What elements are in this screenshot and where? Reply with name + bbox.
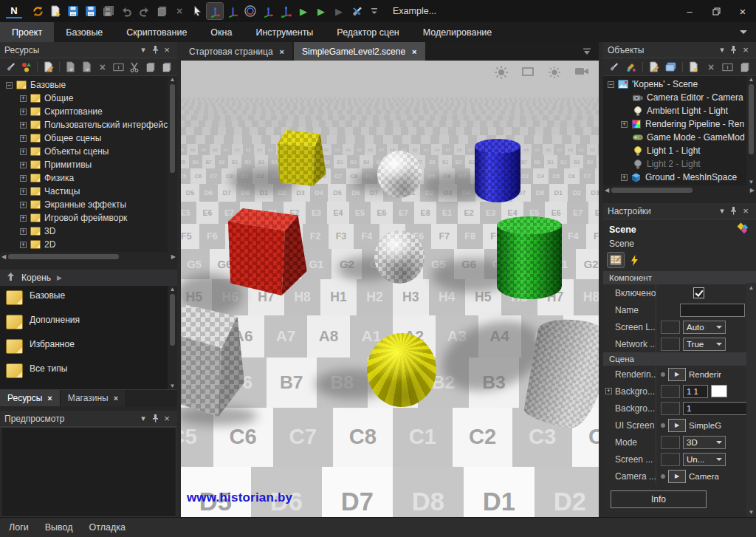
checker-sphere[interactable] (374, 230, 425, 284)
rotate-tool-icon[interactable] (242, 3, 258, 19)
tree-item[interactable]: +Общие (0, 92, 168, 105)
expand-icon[interactable]: + (20, 122, 27, 129)
add-icon[interactable] (80, 60, 94, 75)
menu-basic[interactable]: Базовые (54, 22, 114, 42)
expand-icon[interactable]: + (20, 109, 27, 115)
tree-item-light-2[interactable]: Light 2 - Light (603, 157, 746, 171)
expand-icon[interactable]: + (20, 95, 27, 102)
close-icon[interactable]: × (280, 47, 284, 56)
close-button[interactable]: × (729, 0, 756, 22)
import-icon[interactable] (63, 60, 78, 75)
enabled-checkbox[interactable] (693, 287, 704, 298)
tree-item-ground[interactable]: +Ground - MeshInSpace (603, 171, 746, 184)
move-tool-icon[interactable] (207, 3, 223, 19)
cut-icon[interactable] (128, 60, 142, 75)
close-icon[interactable]: × (412, 47, 416, 56)
default-flag-box[interactable] (661, 385, 680, 398)
properties-icon[interactable] (608, 253, 624, 267)
tab-logs[interactable]: Логи (9, 522, 29, 533)
pin-icon[interactable] (728, 44, 740, 56)
options-icon[interactable] (607, 60, 622, 75)
tab-debug[interactable]: Отладка (89, 522, 126, 533)
expand-icon[interactable]: + (20, 228, 27, 235)
expand-icon[interactable]: + (20, 188, 27, 195)
screen-toggle-icon[interactable] (520, 65, 535, 83)
save-icon[interactable] (65, 3, 81, 19)
white-sphere[interactable] (377, 151, 422, 198)
breadcrumb[interactable]: Корень (21, 273, 51, 283)
copy-icon[interactable] (144, 60, 158, 75)
menu-scripting[interactable]: Скриптование (114, 22, 199, 42)
delete-icon[interactable]: × (704, 60, 718, 75)
light-toggle-icon[interactable] (494, 65, 509, 83)
reference-button[interactable]: ▶ (668, 419, 686, 432)
reference-button[interactable]: ▶ (668, 470, 686, 483)
vertical-scrollbar[interactable]: ▲▼ (746, 76, 756, 185)
blue-cylinder[interactable] (475, 139, 520, 202)
collapse-icon[interactable]: − (608, 81, 614, 88)
default-flag-box[interactable] (661, 321, 680, 334)
tree-item-game-mode[interactable]: Game Mode - GameMod (603, 131, 746, 144)
tree-item[interactable]: +Частицы (0, 185, 168, 198)
pin-icon[interactable] (149, 44, 161, 56)
color-swatch[interactable] (711, 385, 727, 397)
app-logo[interactable]: N (6, 4, 22, 18)
rename-icon[interactable]: I (721, 60, 735, 75)
background-color-value[interactable]: 1 1 (683, 385, 708, 398)
screen-label-dropdown[interactable]: Auto (683, 321, 726, 334)
tree-item[interactable]: +Пользовательский интерфейс (0, 118, 168, 131)
rename-icon[interactable]: I (111, 60, 126, 75)
close-icon[interactable]: × (47, 394, 52, 403)
sun-toggle-icon[interactable] (547, 65, 562, 83)
play-alt-icon[interactable]: ▶ (313, 3, 329, 19)
paste-icon[interactable] (159, 60, 173, 75)
expand-icon[interactable]: + (20, 175, 27, 182)
tree-item[interactable]: +3D (0, 225, 168, 238)
panel-menu-icon[interactable]: ▾ (137, 44, 149, 56)
tab-start-page[interactable]: Стартовая страница× (181, 42, 292, 61)
minimize-button[interactable]: – (676, 0, 703, 22)
menu-scene-editor[interactable]: Редактор сцен (325, 22, 410, 42)
close-icon[interactable]: × (161, 44, 173, 56)
menu-windows[interactable]: Окна (199, 22, 244, 42)
default-flag-box[interactable] (661, 402, 680, 415)
delete-icon[interactable]: × (95, 60, 109, 75)
menu-expand-icon[interactable] (740, 22, 747, 42)
restore-button[interactable] (703, 0, 729, 22)
mode-dropdown[interactable]: 3D (683, 436, 726, 449)
tree-item-camera-editor[interactable]: Camera Editor - Camera (603, 91, 746, 104)
translate-tool-icon[interactable] (260, 3, 276, 19)
scale-tool-icon[interactable] (278, 3, 294, 19)
tree-item[interactable]: +Скриптование (0, 105, 168, 118)
save-all-icon[interactable] (100, 3, 117, 19)
expand-icon[interactable]: + (20, 135, 27, 142)
screen-orientation-dropdown[interactable]: Un... (683, 453, 726, 466)
expand-icon[interactable]: + (621, 121, 628, 128)
pin-icon[interactable] (149, 413, 161, 425)
list-item[interactable]: Базовые (0, 289, 168, 313)
options-icon[interactable] (4, 60, 18, 75)
collapse-icon[interactable]: − (6, 82, 13, 89)
tree-item-root-scene[interactable]: −'Корень' - Scene (603, 78, 746, 91)
tree-item[interactable]: +Экранные эффекты (0, 198, 168, 211)
gray-box[interactable] (181, 303, 264, 417)
select-icon[interactable] (189, 3, 205, 19)
list-item[interactable]: Избранное (0, 338, 168, 362)
vertical-scrollbar[interactable]: ▲▼ (168, 286, 177, 389)
yellow-sphere[interactable] (367, 333, 436, 407)
save-copy-icon[interactable] (83, 3, 99, 19)
tab-stores[interactable]: Магазины× (61, 390, 126, 406)
expand-icon[interactable]: + (621, 174, 628, 181)
menu-modeling[interactable]: Моделирование (411, 22, 504, 42)
tab-output[interactable]: Вывод (45, 522, 73, 533)
list-item[interactable]: Дополнения (0, 313, 168, 338)
camera-toggle-icon[interactable] (574, 65, 590, 83)
group-scene[interactable]: Сцена (603, 352, 756, 366)
tools-icon[interactable] (348, 3, 365, 19)
default-flag-box[interactable] (661, 453, 680, 466)
undo-icon[interactable] (118, 3, 134, 19)
menu-tools[interactable]: Инструменты (244, 22, 325, 42)
panel-menu-icon[interactable]: ▾ (716, 44, 728, 56)
pin-icon[interactable] (728, 205, 740, 217)
close-icon[interactable]: × (161, 413, 173, 425)
